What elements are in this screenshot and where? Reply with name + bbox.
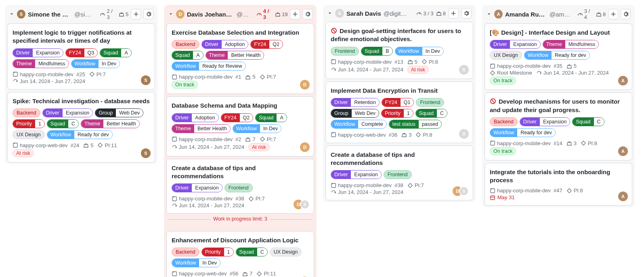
scoped-label-pill[interactable]: SquadC [415, 109, 447, 118]
repo-ref[interactable]: happy-corp-web-dev#36 [331, 132, 397, 138]
scoped-label-pill[interactable]: DriverAdoption [201, 40, 249, 49]
scoped-label-pill[interactable]: WorkflowIn Dev [172, 258, 220, 267]
label-pill[interactable]: UX Design [270, 248, 302, 256]
label-pill[interactable]: UX Design [13, 130, 45, 139]
repo-ref[interactable]: happy-corp-web-dev#24 [13, 142, 79, 148]
repo-ref[interactable]: happy-corp-mobile-dev#13 [331, 59, 403, 65]
scoped-label-pill[interactable]: DriverExpansion [42, 108, 93, 117]
issue-card[interactable]: Implement logic to trigger notifications… [7, 23, 155, 90]
add-card-button[interactable] [608, 9, 618, 19]
scoped-label-pill[interactable]: SquadC [47, 119, 79, 128]
user-avatar[interactable]: A [494, 10, 503, 19]
label-pill[interactable]: Frontend [384, 170, 412, 179]
issue-card[interactable]: Integrate the tutorials into the onboard… [485, 163, 632, 206]
repo-ref[interactable]: happy-corp-mobile-dev#38 [172, 196, 244, 202]
collapse-toggle[interactable] [168, 11, 174, 17]
scoped-label-pill[interactable]: Priority1 [201, 248, 234, 256]
issue-card[interactable]: Create a database of tips and recommenda… [325, 146, 473, 201]
add-card-button[interactable] [131, 9, 141, 19]
repo-ref[interactable]: happy-corp-mobile-dev#1 [172, 74, 241, 80]
assignee-avatars[interactable]: S [459, 65, 469, 75]
column-settings-button[interactable] [461, 8, 472, 19]
label-pill[interactable]: Frontend [224, 183, 253, 192]
issue-card[interactable]: Develop mechanisms for users to monitor … [485, 92, 632, 160]
assignee-avatars[interactable]: DS [294, 200, 310, 209]
add-card-button[interactable] [290, 9, 300, 19]
scoped-label-pill[interactable]: SquadB [361, 47, 393, 56]
scoped-label-pill[interactable]: ThemeBetter Health [81, 119, 140, 128]
label-pill[interactable]: UX Design [490, 51, 522, 60]
repo-ref[interactable]: happy-corp-mobile-dev#47 [490, 187, 562, 194]
scoped-label-pill[interactable]: Priority1 [381, 109, 413, 118]
assignee-avatars[interactable]: S [141, 75, 151, 85]
issue-card[interactable]: Create a database of tips and recommenda… [166, 159, 314, 214]
label-pill[interactable]: Frontend [331, 47, 359, 56]
label-pill[interactable]: Backend [172, 248, 199, 256]
add-card-button[interactable] [448, 8, 459, 19]
scoped-label-pill[interactable]: DriverAdoption [172, 113, 219, 122]
column-user-name[interactable]: Amanda Rueda [505, 11, 547, 18]
scoped-label-pill[interactable]: WorkflowReady for Review [172, 62, 246, 71]
assignee-avatars[interactable]: DS [453, 186, 469, 196]
scoped-label-pill[interactable]: FY24Q3 [65, 48, 98, 57]
issue-card[interactable]: Design goal-setting interfaces for users… [325, 22, 473, 79]
user-avatar[interactable]: S [335, 9, 344, 18]
assignee-avatars[interactable]: A [618, 192, 628, 201]
scoped-label-pill[interactable]: SquadA [172, 51, 203, 60]
scoped-label-pill[interactable]: DriverExpansion [520, 117, 571, 126]
scoped-label-pill[interactable]: DriverExpansion [13, 48, 63, 57]
scoped-label-pill[interactable]: DriverExpansion [331, 170, 382, 179]
scoped-label-pill[interactable]: FY24Q2 [221, 113, 254, 122]
scoped-label-pill[interactable]: WorkflowIn Dev [233, 124, 281, 133]
issue-card[interactable]: Implement Data Encryption in TransitDriv… [325, 81, 473, 143]
label-pill[interactable]: Backend [13, 108, 40, 117]
assignee-avatars[interactable]: A [618, 146, 628, 156]
scoped-label-pill[interactable]: WorkflowReady for dev [47, 130, 113, 139]
scoped-label-pill[interactable]: ThemeBetter Health [206, 51, 264, 60]
scoped-label-pill[interactable]: WorkflowIn Dev [395, 47, 444, 56]
label-pill[interactable]: Backend [490, 117, 518, 126]
scoped-label-pill[interactable]: SquadC [572, 117, 604, 126]
column-settings-button[interactable] [621, 9, 631, 19]
user-avatar[interactable]: D [176, 10, 185, 19]
column-user-name[interactable]: Sarah Davis [346, 10, 381, 17]
collapse-toggle[interactable] [486, 11, 492, 17]
column-user-name[interactable]: Simone the SET [28, 11, 72, 18]
repo-ref[interactable]: happy-corp-mobile-dev#14 [490, 140, 562, 146]
scoped-label-pill[interactable]: FY24Q2 [250, 40, 283, 49]
scoped-label-pill[interactable]: WorkflowReady for dev [490, 128, 556, 137]
scoped-label-pill[interactable]: ThemeBetter Health [172, 124, 231, 133]
assignee-avatars[interactable]: D [300, 142, 310, 152]
scoped-label-pill[interactable]: Priority1 [13, 119, 45, 128]
issue-card[interactable]: Enhancement of Discount Application Logi… [166, 231, 314, 277]
scoped-label-pill[interactable]: ThemeMindfulness [543, 40, 599, 49]
scoped-label-pill[interactable]: WorkflowReady for dev [524, 51, 590, 60]
scoped-label-pill[interactable]: DriverExpansion [172, 183, 222, 192]
scoped-label-pill[interactable]: SquadA [100, 48, 132, 57]
scoped-label-pill[interactable]: SquadC [236, 248, 268, 256]
label-pill[interactable]: Frontend [416, 98, 444, 107]
repo-ref[interactable]: happy-corp-web-dev#56 [172, 271, 238, 277]
assignee-avatars[interactable]: S [459, 129, 469, 139]
collapse-toggle[interactable] [9, 11, 15, 17]
user-avatar[interactable]: S [17, 10, 25, 19]
collapse-toggle[interactable] [327, 10, 333, 16]
scoped-label-pill[interactable]: DriverRetention [331, 98, 380, 107]
repo-ref[interactable]: happy-corp-mobile-dev#25 [13, 71, 85, 77]
issue-card[interactable]: [🎨 Design] - Interface Design and Layout… [485, 23, 632, 90]
assignee-avatars[interactable]: S [141, 148, 151, 158]
scoped-label-pill[interactable]: SquadA [255, 113, 287, 122]
milestone[interactable]: Root Milestone [490, 70, 532, 76]
repo-ref[interactable]: happy-corp-mobile-dev#2 [172, 136, 241, 142]
assignee-avatars[interactable]: A [618, 76, 628, 85]
issue-card[interactable]: Spike: Technical investigation - databas… [7, 92, 155, 162]
scoped-label-pill[interactable]: GroupWeb Dev [95, 108, 143, 117]
column-settings-button[interactable] [143, 9, 153, 19]
issue-card[interactable]: Database Schema and Data MappingDriverAd… [166, 96, 314, 156]
scoped-label-pill[interactable]: DriverExpansion [490, 40, 541, 49]
column-settings-button[interactable] [302, 9, 313, 19]
issue-card[interactable]: Exercise Database Selection and Integrat… [166, 23, 314, 94]
assignee-avatars[interactable]: D [300, 80, 310, 90]
scoped-label-pill[interactable]: FY24Q1 [382, 98, 414, 107]
column-user-name[interactable]: Davis Joehanson [187, 11, 234, 18]
